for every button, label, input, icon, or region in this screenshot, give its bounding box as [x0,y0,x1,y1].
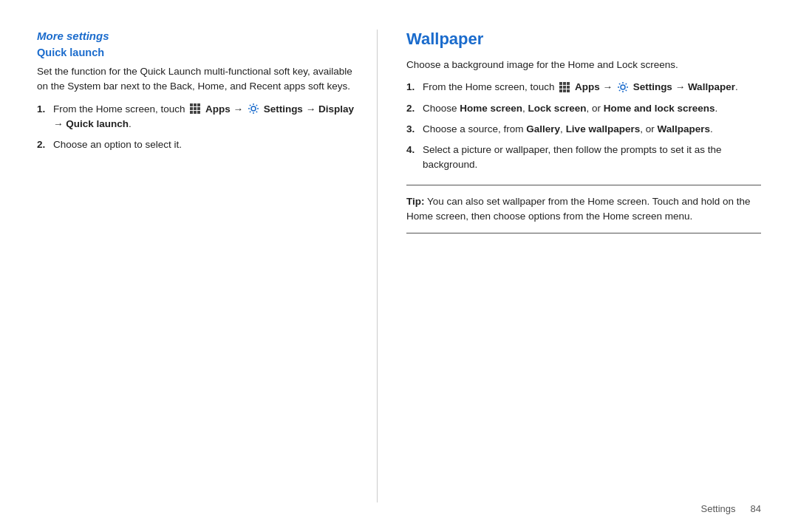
svg-rect-13 [559,86,562,89]
step-1-content: From the Home screen, touch [53,102,362,132]
footer-page-number: 84 [751,503,761,514]
right-step-4: 4. Select a picture or wallpaper, then f… [406,143,761,173]
settings-display-path-left: Settings → Display → Quick launch [53,103,354,129]
settings-gear-icon-right [617,81,629,93]
svg-rect-1 [194,103,197,106]
right-step-number-3: 3. [406,122,423,137]
svg-rect-4 [194,107,197,110]
right-step-number-4: 4. [406,143,423,173]
svg-rect-3 [190,107,193,110]
left-step-1: 1. From the Home screen, touch [37,102,362,132]
svg-rect-11 [563,82,566,85]
left-steps-list: 1. From the Home screen, touch [37,102,362,153]
live-wallpapers-label: Live wallpapers [566,123,641,134]
tip-box: Tip: You can also set wallpaper from the… [406,185,761,234]
column-divider [377,30,378,502]
tip-text: Tip: You can also set wallpaper from the… [406,194,761,225]
svg-rect-12 [567,82,570,85]
right-intro-text: Choose a background image for the Home a… [406,58,761,72]
svg-rect-10 [559,82,562,85]
gallery-label: Gallery [526,123,560,134]
svg-point-9 [251,106,256,111]
step-number-1: 1. [37,102,53,132]
wallpaper-title: Wallpaper [406,30,761,49]
right-step-1: 1. From the Home screen, touch [406,80,761,95]
more-settings-title: More settings [37,30,362,42]
svg-rect-14 [563,86,566,89]
right-step-number-2: 2. [406,101,423,116]
right-column: Wallpaper Choose a background image for … [392,30,761,502]
right-step-2: 2. Choose Home screen, Lock screen, or H… [406,101,761,116]
apps-grid-icon [189,103,201,115]
svg-rect-2 [197,103,200,106]
svg-rect-7 [194,111,197,114]
tip-content: You can also set wallpaper from the Home… [406,196,751,222]
right-step-4-content: Select a picture or wallpaper, then foll… [423,143,761,173]
settings-gear-icon-left [248,103,259,115]
svg-rect-17 [563,89,566,92]
footer-settings-label: Settings [701,503,736,514]
right-step-3: 3. Choose a source, from Gallery, Live w… [406,122,761,137]
svg-point-19 [621,85,625,89]
svg-rect-15 [567,86,570,89]
footer: Settings 84 [701,503,761,514]
right-step-2-content: Choose Home screen, Lock screen, or Home… [423,101,761,116]
home-screen-label: Home screen [460,103,522,114]
right-step-number-1: 1. [406,80,423,95]
apps-label-right: Apps [575,81,600,92]
settings-wallpaper-path: Settings → Wallpaper [633,81,735,92]
step-2-content: Choose an option to select it. [53,137,362,152]
apps-label: Apps [205,103,231,115]
apps-grid-icon-right [559,81,570,93]
step-number-2: 2. [37,137,53,152]
home-and-lock-label: Home and lock screens [604,103,715,114]
svg-rect-8 [197,111,200,114]
tip-label: Tip: [406,196,425,207]
svg-rect-5 [197,107,200,110]
svg-rect-0 [190,103,193,106]
page-container: More settings Quick launch Set the funct… [0,0,798,532]
svg-rect-18 [567,89,570,92]
right-steps-list: 1. From the Home screen, touch [406,80,761,172]
right-step-1-content: From the Home screen, touch [423,80,761,95]
wallpapers-label: Wallpapers [657,123,710,134]
lock-screen-label: Lock screen [528,103,587,114]
quick-launch-subtitle: Quick launch [37,47,362,58]
svg-rect-6 [190,111,193,114]
left-column: More settings Quick launch Set the funct… [37,30,392,502]
left-intro-text: Set the function for the Quick Launch mu… [37,64,362,95]
right-step-3-content: Choose a source, from Gallery, Live wall… [423,122,761,137]
svg-rect-16 [559,89,562,92]
left-step-2: 2. Choose an option to select it. [37,137,362,152]
